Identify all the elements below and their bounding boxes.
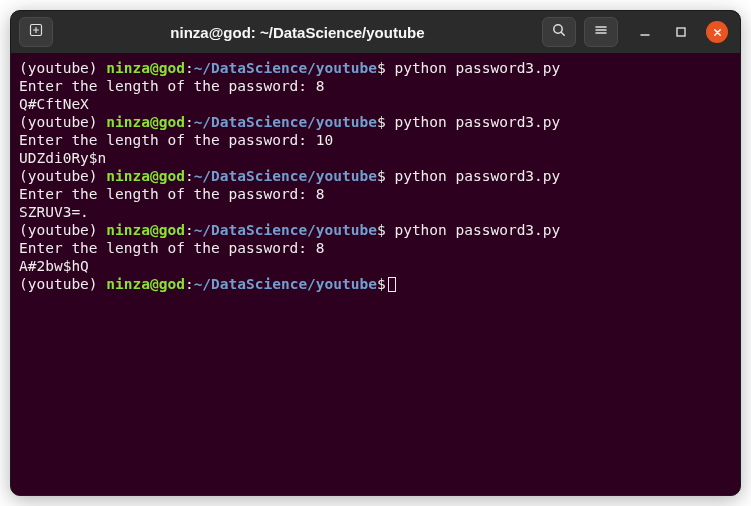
titlebar: ninza@god: ~/DataScience/youtube <box>11 11 740 53</box>
maximize-icon <box>675 26 687 38</box>
prompt-line: (youtube) ninza@god:~/DataScience/youtub… <box>19 167 732 185</box>
menu-button[interactable] <box>584 17 618 47</box>
new-tab-button[interactable] <box>19 17 53 47</box>
user-host: ninza@god <box>106 60 185 76</box>
prompt-line: (youtube) ninza@god:~/DataScience/youtub… <box>19 113 732 131</box>
input-prompt-line: Enter the length of the password: 10 <box>19 131 732 149</box>
search-button[interactable] <box>542 17 576 47</box>
new-tab-icon <box>28 22 44 42</box>
input-prompt-line: Enter the length of the password: 8 <box>19 77 732 95</box>
window-title: ninza@god: ~/DataScience/youtube <box>61 24 534 41</box>
prompt-line: (youtube) ninza@god:~/DataScience/youtub… <box>19 59 732 77</box>
terminal-window: ninza@god: ~/DataScience/youtube <box>10 10 741 496</box>
prompt-line: (youtube) ninza@god:~/DataScience/youtub… <box>19 275 732 293</box>
input-prompt-line: Enter the length of the password: 8 <box>19 185 732 203</box>
terminal-body[interactable]: (youtube) ninza@god:~/DataScience/youtub… <box>11 53 740 495</box>
menu-icon <box>593 22 609 42</box>
search-icon <box>551 22 567 42</box>
input-prompt-line: Enter the length of the password: 8 <box>19 239 732 257</box>
close-icon <box>712 27 723 38</box>
input-value: 8 <box>316 78 325 94</box>
output-line: A#2bw$hQ <box>19 257 732 275</box>
output-line: SZRUV3=. <box>19 203 732 221</box>
cwd-path: ~/DataScience/youtube <box>194 60 377 76</box>
output-line: Q#CftNeX <box>19 95 732 113</box>
prompt-line: (youtube) ninza@god:~/DataScience/youtub… <box>19 221 732 239</box>
minimize-icon <box>639 26 651 38</box>
output-line: UDZdi0Ry$n <box>19 149 732 167</box>
close-button[interactable] <box>706 21 728 43</box>
cursor <box>388 277 396 292</box>
env-tag: (youtube) <box>19 60 106 76</box>
svg-rect-2 <box>677 28 685 36</box>
minimize-button[interactable] <box>634 21 656 43</box>
command-text: python password3.py <box>386 60 561 76</box>
maximize-button[interactable] <box>670 21 692 43</box>
window-controls <box>634 21 728 43</box>
